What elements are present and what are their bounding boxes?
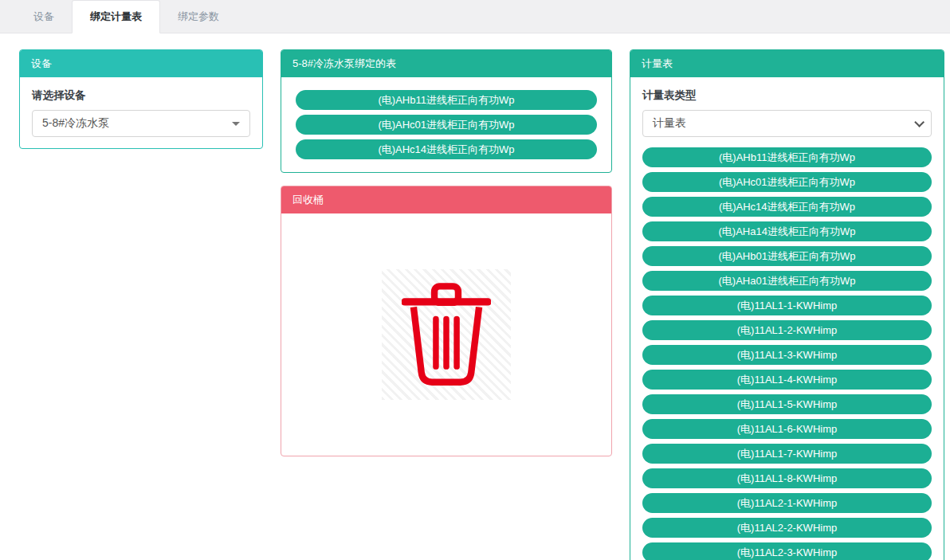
bound-meter-pill[interactable]: (电)AHc01进线柜正向有功Wp bbox=[296, 115, 597, 135]
recycle-drop-zone[interactable] bbox=[281, 213, 611, 456]
device-panel-title: 设备 bbox=[20, 50, 262, 77]
meter-type-label: 计量表类型 bbox=[642, 88, 932, 103]
tab-bind-params[interactable]: 绑定参数 bbox=[160, 1, 237, 33]
meter-pill[interactable]: (电)11AL1-2-KWHimp bbox=[642, 320, 932, 340]
meter-type-select[interactable]: 计量表 bbox=[642, 110, 932, 137]
meter-pill[interactable]: (电)11AL1-5-KWHimp bbox=[642, 394, 932, 414]
hatch-placeholder bbox=[382, 269, 511, 400]
meter-pill[interactable]: (电)11AL1-1-KWHimp bbox=[642, 296, 932, 315]
meter-pill[interactable]: (电)AHc01进线柜正向有功Wp bbox=[642, 172, 932, 192]
bound-meters-title: 5-8#冷冻水泵绑定的表 bbox=[281, 50, 611, 77]
meter-pill[interactable]: (电)11AL2-1-KWHimp bbox=[642, 493, 932, 513]
trash-icon bbox=[402, 280, 491, 389]
meter-pill[interactable]: (电)11AL1-7-KWHimp bbox=[642, 444, 932, 464]
device-select-label: 请选择设备 bbox=[32, 88, 250, 103]
meter-type-value: 计量表 bbox=[653, 116, 686, 131]
meter-pill[interactable]: (电)AHb11进线柜正向有功Wp bbox=[642, 147, 932, 167]
meter-pill[interactable]: (电)AHa01进线柜正向有功Wp bbox=[642, 271, 932, 291]
bound-meters-panel: 5-8#冷冻水泵绑定的表 (电)AHb11进线柜正向有功Wp(电)AHc01进线… bbox=[281, 49, 612, 173]
recycle-bin-panel: 回收桶 bbox=[281, 186, 612, 456]
device-select-value: 5-8#冷冻水泵 bbox=[42, 116, 109, 131]
device-panel: 设备 请选择设备 5-8#冷冻水泵 bbox=[19, 49, 263, 149]
meter-pill[interactable]: (电)11AL1-8-KWHimp bbox=[642, 468, 932, 488]
meter-pill[interactable]: (电)AHb01进线柜正向有功Wp bbox=[642, 246, 932, 266]
meter-panel: 计量表 计量表类型 计量表 (电)AHb11进线柜正向有功Wp(电)AHc01进… bbox=[630, 49, 944, 560]
chevron-down-icon bbox=[914, 117, 924, 127]
tab-bar: 设备 绑定计量表 绑定参数 bbox=[0, 0, 950, 33]
meter-pill[interactable]: (电)11AL2-2-KWHimp bbox=[642, 518, 932, 538]
tab-device[interactable]: 设备 bbox=[16, 1, 72, 33]
device-select[interactable]: 5-8#冷冻水泵 bbox=[32, 110, 250, 137]
meter-list: (电)AHb11进线柜正向有功Wp(电)AHc01进线柜正向有功Wp(电)AHc… bbox=[642, 147, 932, 560]
bound-meters-list: (电)AHb11进线柜正向有功Wp(电)AHc01进线柜正向有功Wp(电)AHc… bbox=[296, 90, 597, 159]
meter-pill[interactable]: (电)11AL1-3-KWHimp bbox=[642, 345, 932, 365]
caret-down-icon bbox=[232, 122, 240, 126]
meter-panel-title: 计量表 bbox=[630, 50, 944, 77]
tab-bind-meter[interactable]: 绑定计量表 bbox=[72, 0, 160, 33]
meter-pill[interactable]: (电)11AL2-3-KWHimp bbox=[642, 542, 932, 560]
meter-pill[interactable]: (电)11AL1-6-KWHimp bbox=[642, 419, 932, 439]
meter-pill[interactable]: (电)11AL1-4-KWHimp bbox=[642, 370, 932, 390]
main-content: 设备 请选择设备 5-8#冷冻水泵 5-8#冷冻水泵绑定的表 (电)AHb11进… bbox=[0, 33, 950, 560]
bound-meter-pill[interactable]: (电)AHc14进线柜正向有功Wp bbox=[296, 139, 597, 159]
meter-pill[interactable]: (电)AHa14进线柜正向有功Wp bbox=[642, 221, 932, 241]
recycle-bin-title: 回收桶 bbox=[281, 186, 611, 213]
bound-meter-pill[interactable]: (电)AHb11进线柜正向有功Wp bbox=[296, 90, 597, 110]
meter-pill[interactable]: (电)AHc14进线柜正向有功Wp bbox=[642, 197, 932, 217]
